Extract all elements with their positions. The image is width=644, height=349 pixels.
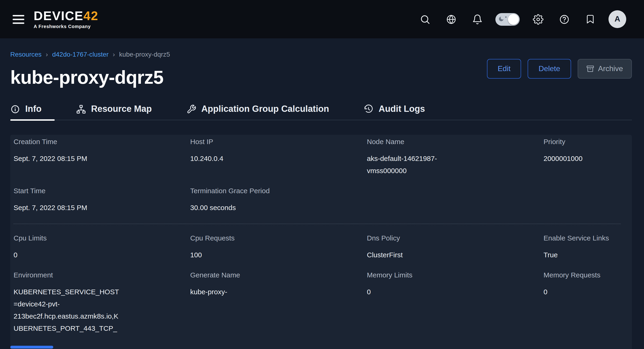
field-start-time: Start Time Sept. 7, 2022 08:15 PM [14, 187, 190, 214]
archive-button[interactable]: Archive [578, 59, 632, 79]
avatar-initial: A [614, 15, 620, 24]
notifications-button[interactable] [469, 11, 485, 27]
info-icon [10, 104, 20, 114]
field-creation-time: Creation Time Sept. 7, 2022 08:15 PM [14, 138, 190, 177]
field-label: Cpu Requests [190, 234, 367, 242]
help-button[interactable] [556, 11, 572, 27]
field-value: 100 [190, 249, 298, 261]
field-generate-name: Generate Name kube-proxy- [190, 271, 367, 334]
field-termination-grace-period: Termination Grace Period 30.00 seconds [190, 187, 367, 214]
field-environment: Environment KUBERNETES_SERVICE_HOST=devi… [14, 271, 190, 334]
hamburger-icon [12, 15, 24, 16]
archive-icon [586, 65, 594, 73]
field-label: Environment [14, 271, 190, 279]
bookmark-icon [585, 14, 596, 24]
tab-info[interactable]: Info [10, 104, 55, 120]
search-icon [420, 14, 430, 25]
field-label: Creation Time [14, 138, 190, 146]
field-cpu-limits: Cpu Limits 0 [14, 234, 190, 261]
globe-icon [446, 14, 456, 25]
field-value: kube-proxy- [190, 286, 298, 298]
field-value: 0 [14, 249, 121, 261]
bookmark-button[interactable] [582, 11, 598, 27]
menu-button[interactable] [12, 13, 25, 26]
history-icon [364, 104, 374, 114]
field-label: Memory Limits [367, 271, 544, 279]
field-value: KUBERNETES_SERVICE_HOST=device42-pvt-213… [14, 286, 121, 334]
question-icon [559, 14, 570, 25]
field-dns-policy: Dns Policy ClusterFirst [367, 234, 544, 261]
field-label: Node Name [367, 138, 544, 146]
breadcrumb-link-resources[interactable]: Resources [10, 50, 42, 59]
top-bar-left: DEVICE42 A Freshworks Company [12, 10, 98, 29]
edit-button[interactable]: Edit [487, 59, 521, 79]
field-label: Start Time [14, 187, 190, 195]
breadcrumb-link-cluster[interactable]: d42do-1767-cluster [52, 50, 108, 59]
field-value: Sept. 7, 2022 08:15 PM [14, 202, 121, 214]
top-bar-actions: A [417, 10, 626, 28]
theme-toggle[interactable] [496, 13, 520, 26]
field-label: Cpu Limits [14, 234, 190, 242]
page-actions: Edit Delete Archive [487, 59, 632, 79]
archive-button-label: Archive [598, 65, 623, 73]
breadcrumb-separator: › [113, 50, 115, 59]
moon-icon [498, 16, 504, 22]
breadcrumb-current: kube-proxy-dqrz5 [119, 50, 170, 59]
section-divider [14, 224, 621, 224]
page-content: Resources › d42do-1767-cluster › kube-pr… [0, 38, 644, 349]
field-value: True [544, 249, 621, 261]
delete-button[interactable]: Delete [528, 59, 571, 79]
device42-app: DEVICE42 A Freshworks Company [0, 0, 644, 349]
field-value: 30.00 seconds [190, 202, 298, 214]
field-label: Priority [544, 138, 621, 146]
field-value: aks-default-14621987-vmss000000 [367, 153, 474, 177]
brand-tagline: A Freshworks Company [34, 24, 98, 29]
field-label: Dns Policy [367, 234, 544, 242]
field-cpu-requests: Cpu Requests 100 [190, 234, 367, 261]
field-memory-limits: Memory Limits 0 [367, 271, 544, 334]
fields-grid: Creation Time Sept. 7, 2022 08:15 PM Hos… [14, 138, 621, 334]
tab-bar: Info Resource Map Application Group Calc… [10, 104, 632, 120]
field-value: 2000001000 [544, 153, 621, 165]
field-value: ClusterFirst [367, 249, 474, 261]
device42-logo[interactable]: DEVICE42 A Freshworks Company [34, 10, 98, 29]
gear-icon [532, 14, 543, 25]
search-button[interactable] [417, 11, 433, 27]
avatar[interactable]: A [608, 10, 626, 28]
field-node-name: Node Name aks-default-14621987-vmss00000… [367, 138, 544, 177]
field-label: Memory Requests [544, 271, 621, 279]
field-value: 10.240.0.4 [190, 153, 298, 165]
field-label: Enable Service Links [544, 234, 621, 242]
top-bar: DEVICE42 A Freshworks Company [0, 0, 644, 38]
toggle-knob [508, 14, 519, 25]
field-priority: Priority 2000001000 [544, 138, 621, 177]
horizontal-scrollbar-thumb[interactable] [10, 346, 53, 348]
language-button[interactable] [443, 11, 459, 27]
tab-application-group-calculation[interactable]: Application Group Calculation [186, 104, 342, 120]
field-label: Generate Name [190, 271, 367, 279]
tab-audit-logs[interactable]: Audit Logs [364, 104, 438, 120]
star-icon [505, 16, 506, 18]
field-value: 0 [544, 286, 621, 298]
info-panel: Creation Time Sept. 7, 2022 08:15 PM Hos… [10, 135, 632, 349]
brand-primary: DEVICE [34, 9, 84, 23]
tab-resource-map[interactable]: Resource Map [76, 104, 165, 120]
breadcrumb: Resources › d42do-1767-cluster › kube-pr… [10, 50, 632, 59]
brand-name: DEVICE42 [34, 10, 98, 22]
field-value: 0 [367, 286, 474, 298]
field-memory-requests: Memory Requests 0 [544, 271, 621, 334]
field-label: Host IP [190, 138, 367, 146]
tab-info-label: Info [25, 104, 42, 114]
tab-audit-logs-label: Audit Logs [378, 104, 425, 114]
brand-accent: 42 [84, 9, 98, 23]
field-enable-service-links: Enable Service Links True [544, 234, 621, 261]
sitemap-icon [76, 104, 86, 114]
bell-icon [472, 14, 482, 25]
settings-button[interactable] [530, 11, 546, 27]
tab-application-group-calculation-label: Application Group Calculation [201, 104, 329, 114]
field-label: Termination Grace Period [190, 187, 367, 195]
page-head: Resources › d42do-1767-cluster › kube-pr… [10, 50, 632, 88]
breadcrumb-separator: › [46, 50, 48, 59]
tools-icon [186, 104, 196, 114]
field-host-ip: Host IP 10.240.0.4 [190, 138, 367, 177]
